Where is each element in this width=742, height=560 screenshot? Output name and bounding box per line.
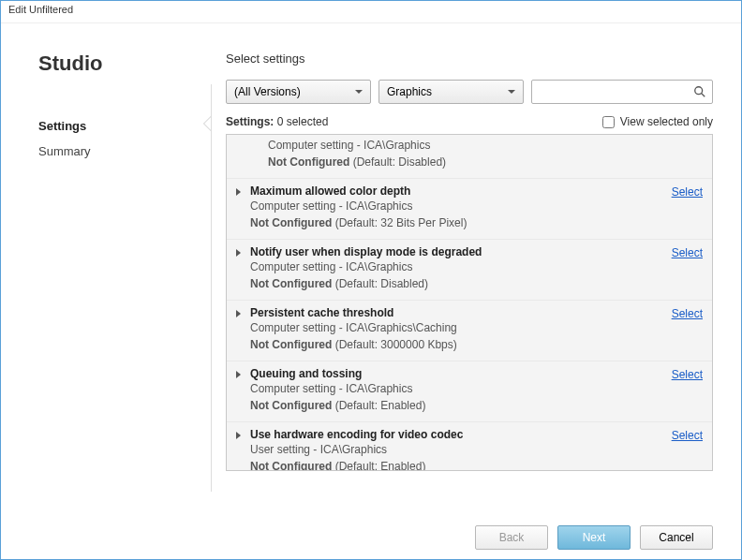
search-input[interactable] [532, 81, 712, 103]
select-link[interactable]: Select [672, 428, 703, 470]
cancel-button[interactable]: Cancel [640, 525, 713, 550]
setting-name: Notify user when display mode is degrade… [250, 245, 672, 258]
version-dropdown-value: (All Versions) [234, 85, 301, 98]
setting-status: Not Configured (Default: Enabled) [250, 397, 672, 414]
setting-item[interactable]: Use hardware encoding for video codecUse… [227, 422, 712, 470]
next-button[interactable]: Next [557, 525, 631, 550]
svg-point-0 [695, 87, 703, 95]
expand-icon[interactable] [236, 371, 241, 378]
settings-list: Computer setting - ICA\Graphics Not Conf… [226, 134, 713, 471]
setting-status: Not Configured (Default: 3000000 Kbps) [250, 336, 672, 353]
select-link[interactable]: Select [672, 184, 703, 231]
expand-icon[interactable] [236, 249, 241, 257]
setting-item[interactable]: Maximum allowed color depthComputer sett… [227, 179, 712, 240]
window-titlebar: Edit Unfiltered [1, 1, 741, 23]
select-link[interactable]: Select [672, 367, 703, 414]
sidebar-item-settings[interactable]: Settings [38, 113, 212, 139]
setting-status: Not Configured (Default: 32 Bits Per Pix… [250, 214, 672, 231]
setting-item[interactable]: Queuing and tossingComputer setting - IC… [227, 361, 712, 422]
back-button[interactable]: Back [475, 525, 548, 550]
setting-scope: Computer setting - ICA\Graphics [250, 380, 672, 397]
chevron-down-icon [508, 90, 515, 94]
setting-name: Maximum allowed color depth [250, 184, 672, 198]
setting-scope: Computer setting - ICA\Graphics [250, 258, 672, 275]
settings-scroll[interactable]: Computer setting - ICA\Graphics Not Conf… [227, 135, 712, 470]
status-row: Settings: 0 selected View selected only [226, 115, 713, 128]
view-selected-label: View selected only [620, 115, 713, 128]
section-heading: Select settings [226, 52, 713, 66]
search-box [531, 80, 713, 104]
expand-icon[interactable] [236, 188, 241, 196]
setting-item-partial: Computer setting - ICA\Graphics Not Conf… [227, 135, 712, 179]
setting-scope: Computer setting - ICA\Graphics\Caching [250, 319, 672, 336]
settings-count: Settings: 0 selected [226, 115, 328, 128]
sidebar: Studio Settings Summary [1, 23, 212, 510]
sidebar-divider [211, 84, 212, 492]
svg-line-1 [702, 94, 705, 97]
setting-scope: Computer setting - ICA\Graphics [250, 198, 672, 214]
setting-name: Use hardware encoding for video codec [250, 428, 672, 441]
content-panel: Select settings (All Versions) Graphics … [212, 23, 741, 510]
chevron-down-icon [355, 90, 363, 94]
select-link[interactable]: Select [672, 245, 703, 292]
select-link[interactable]: Select [672, 306, 703, 353]
main-area: Studio Settings Summary Select settings … [1, 23, 741, 510]
brand-title: Studio [38, 52, 212, 76]
search-icon[interactable] [693, 85, 706, 98]
expand-icon[interactable] [236, 310, 241, 317]
setting-scope: User setting - ICA\Graphics [250, 441, 672, 458]
window-title: Edit Unfiltered [8, 4, 73, 15]
version-dropdown[interactable]: (All Versions) [226, 80, 371, 104]
filter-row: (All Versions) Graphics [226, 80, 713, 104]
category-dropdown[interactable]: Graphics [378, 80, 524, 104]
button-row: Back Next Cancel [1, 510, 741, 560]
sidebar-item-summary[interactable]: Summary [38, 139, 212, 164]
view-selected-checkbox[interactable] [602, 116, 615, 128]
view-selected-only[interactable]: View selected only [602, 115, 713, 128]
setting-item[interactable]: Notify user when display mode is degrade… [227, 240, 712, 301]
setting-status: Not Configured (Default: Enabled) [250, 458, 672, 470]
setting-name: Persistent cache threshold [250, 306, 672, 319]
setting-name: Queuing and tossing [250, 367, 672, 380]
category-dropdown-value: Graphics [387, 85, 432, 98]
expand-icon[interactable] [236, 432, 241, 439]
setting-item[interactable]: Persistent cache thresholdComputer setti… [227, 301, 712, 361]
setting-status: Not Configured (Default: Disabled) [250, 275, 672, 292]
